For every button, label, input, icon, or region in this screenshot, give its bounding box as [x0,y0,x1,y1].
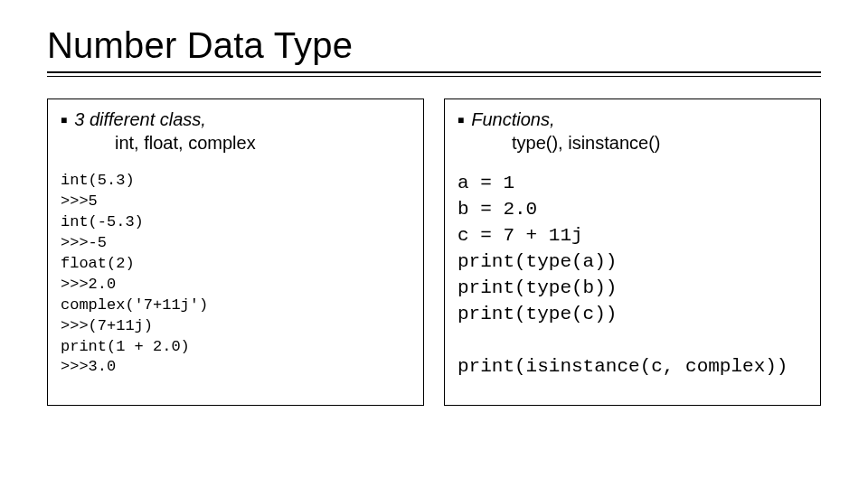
spacer [458,155,807,171]
spacer [61,155,410,171]
left-bullet-text: 3 different class, [74,108,206,131]
slide: Number Data Type ■ 3 different class, in… [0,0,868,424]
left-code-block: int(5.3) >>>5 int(-5.3) >>>-5 float(2) >… [61,171,410,378]
right-sub-text: type(), isinstance() [512,131,807,155]
right-code-block: a = 1 b = 2.0 c = 7 + 11j print(type(a))… [458,171,807,380]
square-bullet-icon: ■ [458,114,464,127]
page-title: Number Data Type [47,25,821,66]
square-bullet-icon: ■ [61,114,67,127]
left-bullet: ■ 3 different class, [61,108,410,131]
divider-thick [47,71,821,73]
columns: ■ 3 different class, int, float, complex… [47,99,821,406]
left-box: ■ 3 different class, int, float, complex… [47,99,424,406]
left-sub-text: int, float, complex [115,131,410,155]
right-bullet-text: Functions, [471,108,554,131]
divider-thin [47,76,821,77]
right-bullet: ■ Functions, [458,108,807,131]
right-box: ■ Functions, type(), isinstance() a = 1 … [444,99,821,406]
